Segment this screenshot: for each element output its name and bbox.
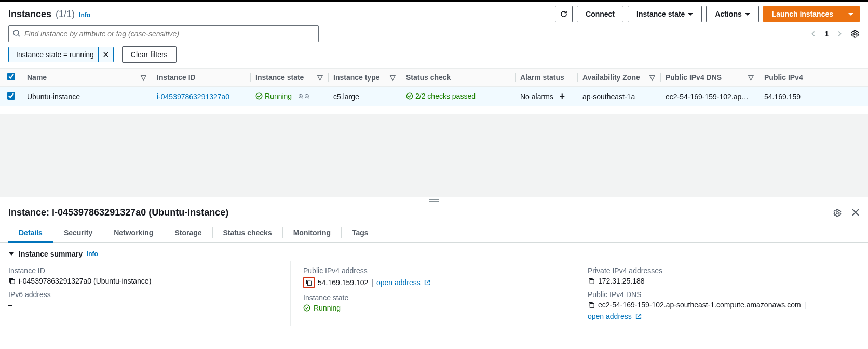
search-input[interactable] xyxy=(8,25,319,42)
check-circle-icon xyxy=(406,92,413,100)
open-address-link[interactable]: open address xyxy=(376,278,421,287)
refresh-icon xyxy=(560,10,568,18)
label-dns: Public IPv4 DNS xyxy=(588,290,849,299)
instance-state-button[interactable]: Instance state xyxy=(628,6,702,22)
tab-monitoring[interactable]: Monitoring xyxy=(283,223,341,242)
label-state: Instance state xyxy=(303,293,564,302)
external-link-icon[interactable] xyxy=(424,279,431,286)
actions-button[interactable]: Actions xyxy=(706,6,758,22)
instance-state-label: Instance state xyxy=(636,10,685,18)
tab-storage[interactable]: Storage xyxy=(164,223,212,242)
col-alarm-status[interactable]: Alarm status xyxy=(520,73,564,82)
svg-point-8 xyxy=(836,211,839,214)
col-instance-type[interactable]: Instance type xyxy=(333,73,379,82)
svg-rect-9 xyxy=(10,279,15,284)
label-ipv6: IPv6 address xyxy=(8,290,280,299)
connect-button[interactable]: Connect xyxy=(577,6,623,22)
label-public-ip: Public IPv4 address xyxy=(303,266,564,275)
cell-dns: ec2-54-169-159-102.ap… xyxy=(660,87,759,106)
tab-tags[interactable]: Tags xyxy=(342,223,379,242)
gear-icon xyxy=(850,29,860,38)
sort-icon[interactable]: ▽ xyxy=(317,73,323,82)
row-checkbox[interactable] xyxy=(7,92,15,100)
add-alarm[interactable]: + xyxy=(559,91,565,101)
col-az[interactable]: Availability Zone xyxy=(582,73,640,82)
resize-handle[interactable] xyxy=(0,197,868,203)
copy-icon xyxy=(305,279,313,286)
launch-instances-dropdown[interactable] xyxy=(842,6,860,22)
empty-area xyxy=(0,114,868,197)
cell-name: Ubuntu-instance xyxy=(22,87,152,106)
tab-security[interactable]: Security xyxy=(53,223,103,242)
search-icon xyxy=(12,29,21,37)
external-link-icon[interactable] xyxy=(635,313,642,320)
col-instance-id[interactable]: Instance ID xyxy=(157,73,196,82)
svg-rect-7 xyxy=(429,201,439,202)
copy-icon xyxy=(588,301,595,308)
clear-filters-button[interactable]: Clear filters xyxy=(122,46,177,63)
svg-point-0 xyxy=(13,30,19,35)
settings-button[interactable] xyxy=(850,29,860,38)
value-instance-id: i-045397863291327a0 (Ubuntu-instance) xyxy=(19,277,151,285)
col-status-check[interactable]: Status check xyxy=(406,73,451,82)
col-public-ip[interactable]: Public IPv4 xyxy=(764,73,803,82)
page-next[interactable] xyxy=(836,30,843,37)
svg-rect-13 xyxy=(590,303,594,307)
svg-rect-12 xyxy=(590,279,594,284)
cell-ip: 54.169.159 xyxy=(759,87,868,106)
grip-icon xyxy=(429,199,439,202)
tab-networking[interactable]: Networking xyxy=(103,223,164,242)
instance-count: (1/1) xyxy=(56,9,75,20)
svg-rect-6 xyxy=(429,199,439,200)
select-all-checkbox[interactable] xyxy=(7,73,15,80)
detail-settings[interactable] xyxy=(833,208,842,218)
info-link[interactable]: Info xyxy=(79,11,90,19)
caret-down-icon xyxy=(745,13,750,16)
col-public-dns[interactable]: Public IPv4 DNS xyxy=(666,73,722,82)
sort-icon[interactable]: ▽ xyxy=(141,73,146,82)
copy-private-ip[interactable] xyxy=(588,277,595,285)
tab-status-checks[interactable]: Status checks xyxy=(213,223,282,242)
refresh-button[interactable] xyxy=(555,6,573,22)
check-circle-icon xyxy=(255,92,263,100)
tab-details[interactable]: Details xyxy=(8,223,53,242)
check-circle-icon xyxy=(303,304,310,312)
filter-chip-label: Instance state = running xyxy=(12,48,98,61)
sort-icon[interactable]: ▽ xyxy=(748,73,754,82)
value-ipv6: – xyxy=(8,301,280,309)
status-text: 2/2 checks passed xyxy=(415,92,476,100)
filter-chip-remove[interactable] xyxy=(98,47,113,62)
close-icon xyxy=(851,208,860,217)
open-address-dns-link[interactable]: open address xyxy=(588,312,632,320)
summary-info-link[interactable]: Info xyxy=(87,250,98,258)
state-text: Running xyxy=(265,92,292,100)
detail-close[interactable] xyxy=(851,208,860,218)
label-private-ip: Private IPv4 addresses xyxy=(588,266,849,275)
caret-down-icon xyxy=(688,13,693,16)
cell-status: 2/2 checks passed xyxy=(406,92,476,100)
sort-icon[interactable]: ▽ xyxy=(649,73,655,82)
copy-icon xyxy=(8,277,16,285)
horizontal-scrollbar[interactable] xyxy=(0,106,868,114)
svg-point-1 xyxy=(854,33,857,35)
sort-icon[interactable]: ▽ xyxy=(390,73,396,82)
caret-down-icon xyxy=(848,13,853,16)
copy-instance-id[interactable] xyxy=(8,277,16,285)
page-prev[interactable] xyxy=(810,30,817,37)
filter-chip[interactable]: Instance state = running xyxy=(8,47,114,62)
detail-title: Instance: i-045397863291327a0 (Ubuntu-in… xyxy=(8,207,228,218)
instance-summary-toggle[interactable]: Instance summary Info xyxy=(8,250,860,258)
value-public-ip: 54.169.159.102 xyxy=(318,278,368,287)
table-row[interactable]: Ubuntu-instance i-045397863291327a0 Runn… xyxy=(0,87,868,106)
cell-instance-id[interactable]: i-045397863291327a0 xyxy=(157,92,229,101)
cell-alarm: No alarms xyxy=(520,92,553,101)
launch-instances-button[interactable]: Launch instances xyxy=(763,6,842,22)
copy-dns[interactable] xyxy=(588,301,595,308)
col-name[interactable]: Name xyxy=(27,73,47,82)
copy-public-ip[interactable] xyxy=(303,277,315,288)
cell-type: c5.large xyxy=(328,87,401,106)
close-icon xyxy=(103,51,109,58)
label-instance-id: Instance ID xyxy=(8,266,280,275)
col-instance-state[interactable]: Instance state xyxy=(255,73,304,82)
magnify-icons[interactable] xyxy=(298,93,310,101)
